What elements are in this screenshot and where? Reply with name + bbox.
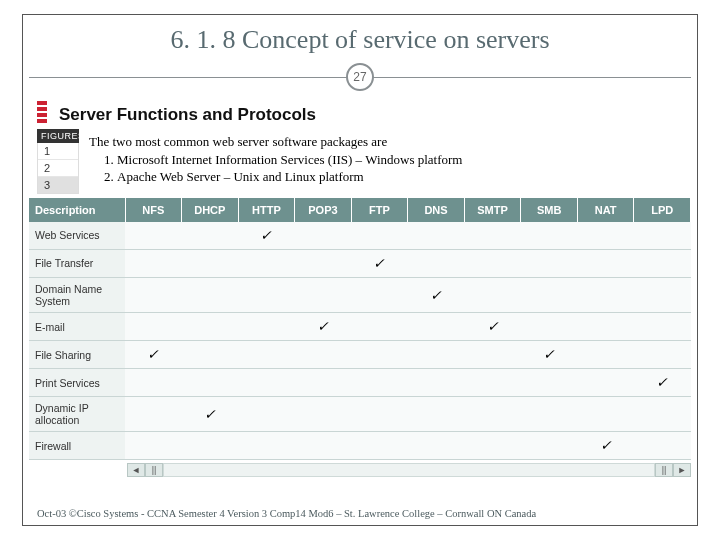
table-row: Print Services✓: [29, 369, 691, 397]
body-item-1: Microsoft Internet Information Services …: [117, 151, 679, 169]
check-icon: ✓: [204, 407, 216, 422]
body-intro: The two most common web server software …: [89, 133, 679, 151]
cell: ✓: [295, 313, 352, 341]
col-nat: NAT: [577, 198, 634, 222]
col-description: Description: [29, 198, 125, 222]
row-label: E-mail: [29, 313, 125, 341]
protocol-table-body: Web Services✓File Transfer✓Domain Name S…: [29, 222, 691, 460]
protocol-table-area: DescriptionNFSDHCPHTTPPOP3FTPDNSSMTPSMBN…: [29, 198, 691, 478]
cell: ✓: [521, 341, 578, 369]
cell: [295, 250, 352, 278]
page-number-row: 27: [23, 63, 697, 91]
figures-box: FIGURES 1 2 3: [37, 129, 79, 194]
cell: [464, 432, 521, 460]
cell: [351, 313, 408, 341]
cell: [125, 432, 182, 460]
cell: [408, 313, 465, 341]
cell: ✓: [238, 222, 295, 250]
cell: [577, 222, 634, 250]
cell: [521, 313, 578, 341]
cell: [408, 369, 465, 397]
figure-tab-3[interactable]: 3: [38, 177, 78, 193]
cell: [125, 250, 182, 278]
page-number-badge: 27: [346, 63, 374, 91]
cell: ✓: [351, 250, 408, 278]
cell: [238, 313, 295, 341]
cell: ✓: [125, 341, 182, 369]
check-icon: ✓: [147, 347, 159, 362]
row-label: File Sharing: [29, 341, 125, 369]
cell: [521, 369, 578, 397]
row-label: File Transfer: [29, 250, 125, 278]
cisco-bars-icon: [37, 101, 47, 125]
row-label: Web Services: [29, 222, 125, 250]
cell: [408, 222, 465, 250]
cell: [182, 313, 239, 341]
scroll-pause-right-button[interactable]: ||: [655, 463, 673, 477]
col-dns: DNS: [408, 198, 465, 222]
cell: [295, 222, 352, 250]
cell: [464, 397, 521, 432]
cell: [351, 397, 408, 432]
cell: [351, 278, 408, 313]
cell: [351, 432, 408, 460]
col-nfs: NFS: [125, 198, 182, 222]
table-row: Domain Name System✓: [29, 278, 691, 313]
cell: [577, 278, 634, 313]
table-row: File Transfer✓: [29, 250, 691, 278]
cell: [634, 222, 691, 250]
cell: [408, 397, 465, 432]
scroll-left-button[interactable]: ◄: [127, 463, 145, 477]
table-row: Firewall✓: [29, 432, 691, 460]
cell: [238, 369, 295, 397]
scroll-right-button[interactable]: ►: [673, 463, 691, 477]
cell: [521, 432, 578, 460]
cell: [295, 432, 352, 460]
section-header-row: Server Functions and Protocols: [37, 101, 683, 125]
cell: ✓: [182, 397, 239, 432]
cell: [125, 222, 182, 250]
cell: ✓: [634, 369, 691, 397]
cell: [408, 341, 465, 369]
cell: [464, 222, 521, 250]
check-icon: ✓: [487, 319, 499, 334]
col-smb: SMB: [521, 198, 578, 222]
check-icon: ✓: [430, 288, 442, 303]
cell: [295, 369, 352, 397]
cell: [125, 397, 182, 432]
cell: [182, 341, 239, 369]
check-icon: ✓: [260, 228, 272, 243]
row-label: Print Services: [29, 369, 125, 397]
cell: [577, 341, 634, 369]
cell: [464, 278, 521, 313]
figure-tab-1[interactable]: 1: [38, 143, 78, 160]
scroll-pause-left-button[interactable]: ||: [145, 463, 163, 477]
table-scrollbar: ◄ || || ►: [29, 462, 691, 478]
check-icon: ✓: [656, 375, 668, 390]
cell: [464, 250, 521, 278]
cell: [182, 250, 239, 278]
cell: [238, 341, 295, 369]
cell: [634, 313, 691, 341]
scroll-track[interactable]: [163, 463, 655, 477]
cell: [634, 250, 691, 278]
cell: [634, 341, 691, 369]
cell: [238, 278, 295, 313]
col-smtp: SMTP: [464, 198, 521, 222]
check-icon: ✓: [373, 256, 385, 271]
cell: [521, 222, 578, 250]
cell: [351, 222, 408, 250]
figures-and-body: FIGURES 1 2 3 The two most common web se…: [37, 129, 683, 194]
cell: ✓: [464, 313, 521, 341]
row-label: Dynamic IP allocation: [29, 397, 125, 432]
col-ftp: FTP: [351, 198, 408, 222]
figures-label: FIGURES: [37, 129, 79, 143]
cell: [238, 432, 295, 460]
cell: [464, 341, 521, 369]
cell: ✓: [577, 432, 634, 460]
figure-tab-2[interactable]: 2: [38, 160, 78, 177]
cell: [634, 432, 691, 460]
cell: [577, 313, 634, 341]
table-row: File Sharing✓✓: [29, 341, 691, 369]
table-row: Web Services✓: [29, 222, 691, 250]
